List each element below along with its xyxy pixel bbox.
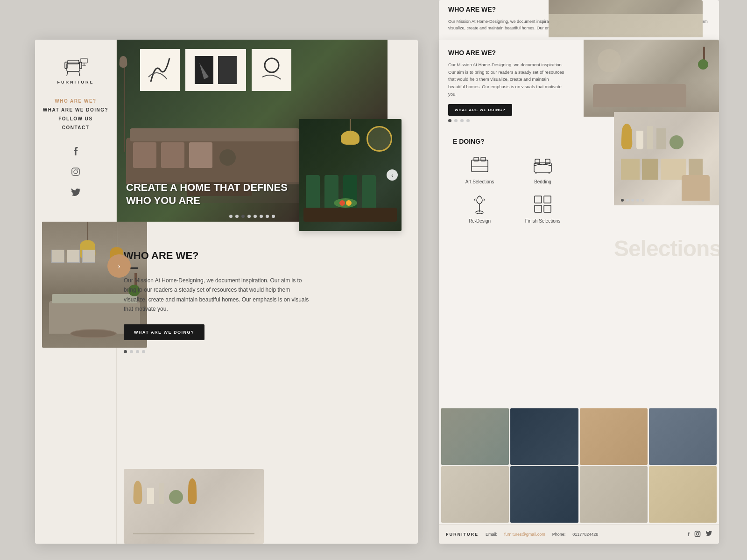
hero-title-line1: CREATE A HOME THAT DEFINES bbox=[126, 181, 288, 195]
shelf-plant-ball bbox=[669, 135, 684, 149]
facebook-icon[interactable] bbox=[71, 147, 80, 156]
footer-instagram-icon[interactable] bbox=[694, 531, 701, 537]
frame-3 bbox=[82, 250, 95, 263]
dining-prev-btn[interactable]: ‹ bbox=[387, 169, 398, 181]
gallery-cell-5 bbox=[441, 466, 509, 523]
fruit-1 bbox=[339, 200, 345, 206]
dining-table bbox=[303, 208, 397, 222]
dot-1[interactable] bbox=[229, 215, 233, 218]
chair-4 bbox=[362, 175, 376, 208]
frame-2 bbox=[67, 250, 80, 263]
service-art-selections: Art Selections bbox=[453, 154, 507, 184]
living-dot-4[interactable] bbox=[142, 350, 145, 353]
shelf-dot-1[interactable] bbox=[621, 199, 624, 202]
svg-line-2 bbox=[67, 71, 68, 76]
room-plant-leaves bbox=[698, 59, 708, 70]
who-section: WHO ARE WE? Our Mission At Home-Designin… bbox=[124, 250, 409, 340]
nav-links: WHO ARE WE? WHAT ARE WE DOING? FOLLOW US… bbox=[43, 98, 108, 130]
furniture-logo-icon bbox=[63, 54, 89, 77]
who-title: WHO ARE WE? bbox=[124, 250, 409, 262]
shelf-dot-4[interactable] bbox=[636, 199, 639, 202]
dot-6[interactable] bbox=[260, 215, 263, 218]
dot-8[interactable] bbox=[272, 215, 275, 218]
right-panel: WHO ARE WE? Our Mission At Home-Designin… bbox=[439, 40, 719, 544]
footer-phone-label: Phone: bbox=[552, 532, 566, 537]
nav-what[interactable]: WHAT ARE WE DOING? bbox=[43, 107, 108, 112]
cushion-3 bbox=[189, 142, 212, 168]
room-sofa-top bbox=[549, 14, 703, 37]
shelf-dot-2[interactable] bbox=[626, 199, 629, 202]
footer-email[interactable]: furnitures@gmail.com bbox=[504, 532, 545, 537]
right-what-doing-btn[interactable]: WHAT ARE WE DOING? bbox=[448, 104, 512, 116]
services-title: E DOING? bbox=[453, 138, 584, 145]
chair-1 bbox=[306, 175, 320, 208]
fruit-2 bbox=[346, 200, 352, 206]
art-1 bbox=[140, 49, 180, 91]
dot-4[interactable] bbox=[247, 215, 251, 218]
gallery-cell-2 bbox=[510, 408, 578, 465]
footer-email-label: Email: bbox=[486, 532, 497, 537]
footer-phone: 01177824428 bbox=[572, 532, 598, 537]
gallery-grid bbox=[439, 408, 719, 523]
sofa-back bbox=[130, 128, 300, 141]
footer-twitter-icon[interactable] bbox=[705, 531, 712, 536]
wall-frames bbox=[51, 250, 95, 263]
sofa-body bbox=[126, 138, 303, 184]
dining-mirror bbox=[366, 126, 392, 152]
footer-facebook-icon[interactable]: f bbox=[688, 531, 690, 538]
svg-rect-4 bbox=[65, 62, 67, 69]
shelf-dots bbox=[621, 199, 644, 202]
instagram-icon[interactable] bbox=[71, 167, 80, 176]
right-who-title: WHO ARE WE? bbox=[448, 49, 565, 56]
content-area: CREATE A HOME THAT DEFINES WHO YOU ARE › bbox=[117, 40, 418, 544]
shelf-vase-1 bbox=[636, 131, 643, 149]
gallery-cell-1 bbox=[441, 408, 509, 465]
shelf-vase-3 bbox=[656, 128, 666, 149]
nav-who[interactable]: WHO ARE WE? bbox=[55, 98, 96, 104]
dot-3-active[interactable] bbox=[241, 215, 245, 218]
hero-text-overlay: CREATE A HOME THAT DEFINES WHO YOU ARE bbox=[126, 181, 288, 208]
gallery-cell-6 bbox=[510, 466, 578, 523]
wall-basket bbox=[598, 49, 621, 72]
living-carousel-dots bbox=[124, 350, 145, 353]
who-body-text: Our Mission At Home-Designing, we docume… bbox=[124, 276, 310, 314]
finish-selections-label: Finish Selections bbox=[525, 218, 561, 224]
footer-strip: FURNITURE Email: furnitures@gmail.com Ph… bbox=[439, 524, 719, 544]
dot-2[interactable] bbox=[235, 215, 239, 218]
twitter-icon[interactable] bbox=[71, 188, 80, 197]
cord-2 bbox=[117, 222, 117, 247]
bottom-shelf-preview bbox=[124, 469, 264, 544]
basket-2 bbox=[188, 478, 197, 504]
cushion-2 bbox=[161, 142, 184, 168]
round-table bbox=[70, 329, 117, 338]
service-redesign: Re-Design bbox=[453, 194, 507, 224]
gallery-cell-4 bbox=[649, 408, 717, 465]
basket-1 bbox=[133, 481, 142, 504]
living-dot-2[interactable] bbox=[130, 350, 133, 353]
svg-point-14 bbox=[265, 58, 279, 72]
nav-follow[interactable]: FOLLOW US bbox=[58, 116, 93, 121]
shelf-line bbox=[133, 533, 254, 534]
shelf-dot-5[interactable] bbox=[641, 199, 644, 202]
plant-ball bbox=[169, 490, 183, 504]
gallery-cell-7 bbox=[580, 466, 648, 523]
art-selections-label: Art Selections bbox=[465, 179, 494, 184]
dot-7[interactable] bbox=[266, 215, 269, 218]
living-dot-1[interactable] bbox=[124, 350, 127, 353]
scroll-indicator[interactable]: › bbox=[107, 254, 131, 278]
what-doing-btn[interactable]: WHAT ARE WE DOING? bbox=[124, 324, 204, 340]
right-who-text: Our Mission At Home-Designing, we docume… bbox=[448, 61, 565, 98]
shelf-decor-top bbox=[621, 124, 712, 149]
shelf-photo-right bbox=[614, 112, 719, 205]
svg-rect-1 bbox=[68, 60, 79, 64]
right-who-section: WHO ARE WE? Our Mission At Home-Designin… bbox=[439, 40, 574, 125]
cord-1 bbox=[87, 222, 88, 240]
art-2 bbox=[185, 49, 246, 91]
nav-contact[interactable]: CONTACT bbox=[62, 125, 90, 130]
room-photo-top-peek bbox=[549, 0, 703, 37]
shelf-dot-3[interactable] bbox=[631, 199, 634, 202]
dot-5[interactable] bbox=[254, 215, 257, 218]
art-3 bbox=[252, 49, 291, 91]
floor-lamp-pole bbox=[124, 58, 125, 152]
living-dot-3[interactable] bbox=[136, 350, 139, 353]
